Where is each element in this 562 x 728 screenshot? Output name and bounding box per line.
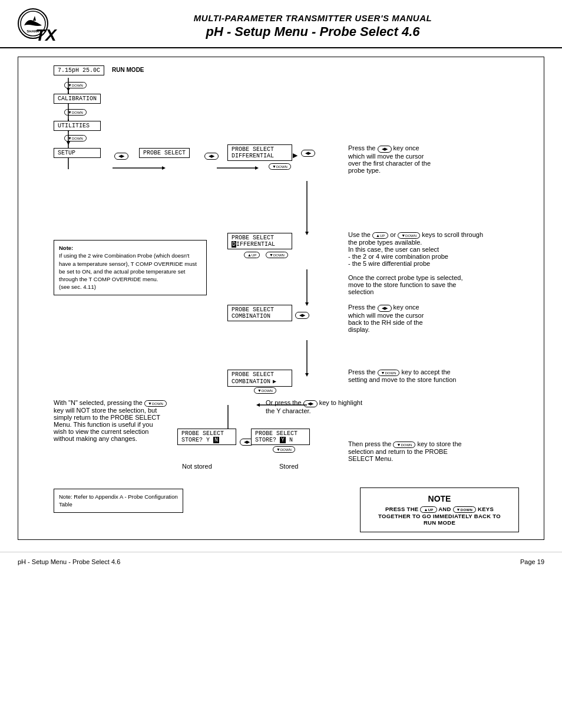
btn-down-icon-3[interactable]: ▼DOWN [378, 370, 400, 376]
cursor-right-1: ▶ [293, 151, 297, 159]
footer-left: pH - Setup Menu - Probe Select 4.6 [18, 558, 120, 565]
btn-down-note[interactable]: ▼DOWN [453, 506, 476, 513]
page: SHARK TX MULTI-PARAMETER TRANSMITTER USE… [0, 0, 562, 728]
lcd-probe-select-1: PROBE SELECT [139, 148, 190, 158]
down-arrow-3: ▼DOWN [64, 134, 87, 141]
diagram-box: 7.15pH 25.0C RUN MODE ▼DOWN CALIBRATION … [18, 57, 544, 540]
down-arrow-1: ▼DOWN [64, 81, 87, 88]
not-stored-label: Not stored [182, 463, 212, 470]
psd-1-line1: PROBE SELECT [232, 146, 288, 153]
store-yes-line2: STORE? Y N [255, 437, 306, 443]
note-title: NOTE [369, 494, 510, 503]
btn-up-note[interactable]: ▲UP [420, 506, 437, 513]
note-line3: RUN MODE [369, 519, 510, 526]
psd-2-line2: IFFERENTIAL [236, 241, 275, 248]
header-titles: MULTI-PARAMETER TRANSMITTER USER'S MANUA… [81, 13, 544, 39]
psc-1-line1: PROBE SELECT [232, 307, 288, 313]
note-line1: PRESS THE ▲UP AND ▼DOWN KEYS [369, 506, 510, 513]
desc-press-right: Press the ◀▶ key oncewhich will move the… [348, 144, 513, 174]
probe-select-comb-1: PROBE SELECT COMBINATION [227, 305, 292, 321]
svg-marker-15 [305, 373, 309, 377]
setup-display: SETUP [54, 148, 101, 158]
footer-right: Page 19 [520, 558, 544, 565]
btn-right-comb1[interactable]: ◀▶ [295, 312, 309, 319]
tx-logo: TX [35, 27, 57, 44]
psc-2-line1: PROBE SELECT [232, 371, 288, 378]
store-no-line2: STORE? Y N [181, 437, 232, 443]
lcd-psc-2: PROBE SELECT COMBINATION▶ [227, 370, 292, 387]
desc-press-down-accept: Press the ▼DOWN key to accept thesetting… [348, 368, 513, 383]
svg-marker-9 [255, 166, 259, 170]
utilities-display: UTILITIES [54, 121, 101, 131]
btn-down-store[interactable]: ▼DOWN [273, 446, 295, 453]
svg-marker-18 [256, 403, 260, 407]
btn-right-diff1[interactable]: ◀▶ [301, 150, 315, 157]
btn-down-3[interactable]: ▼DOWN [64, 135, 87, 141]
lcd-calibration: CALIBRATION [54, 94, 101, 104]
lcd-store-yes: PROBE SELECT STORE? Y N [251, 429, 310, 445]
btn-down-1[interactable]: ▼DOWN [64, 82, 87, 88]
manual-title: MULTI-PARAMETER TRANSMITTER USER'S MANUA… [81, 13, 544, 23]
lcd-psc-1: PROBE SELECT COMBINATION [227, 305, 292, 321]
btn-down-icon[interactable]: ▼DOWN [398, 232, 420, 239]
up-arrow-diff2: ▲UP [244, 251, 260, 258]
lcd-line1: 7.15pH 25.0C [58, 67, 100, 74]
right-btn-comb1: ◀▶ [295, 311, 309, 319]
btn-right-icon-2[interactable]: ◀▶ [378, 305, 392, 312]
down-arrow-diff1: ▼DOWN [269, 162, 291, 170]
psc-2-line2: COMBINATION▶ [232, 378, 288, 385]
calibration-text: CALIBRATION [58, 95, 97, 102]
stored-label: Stored [279, 463, 298, 470]
svg-marker-5 [67, 141, 70, 145]
probe-select-comb-2: PROBE SELECT COMBINATION▶ [227, 370, 292, 387]
btn-right-setup[interactable]: ◀▶ [114, 153, 128, 160]
btn-down-diff1[interactable]: ▼DOWN [269, 163, 291, 170]
down-arrow-diff2: ▼DOWN [266, 251, 288, 258]
right-btn-diff1: ◀▶ [301, 149, 315, 157]
btn-down-2[interactable]: ▼DOWN [64, 109, 87, 116]
svg-marker-13 [305, 302, 309, 306]
store-no-display: PROBE SELECT STORE? Y N [177, 429, 236, 445]
page-subtitle: pH - Setup Menu - Probe Select 4.6 [81, 24, 544, 39]
store-yes-line1: PROBE SELECT [255, 430, 306, 437]
store-yes-display: PROBE SELECT STORE? Y N [251, 429, 310, 445]
lcd-setup: SETUP [54, 148, 101, 158]
down-arrow-store: ▼DOWN [273, 445, 295, 453]
right-btn-ps1: ◀▶ [204, 151, 219, 160]
btn-right-icon-1[interactable]: ◀▶ [378, 146, 392, 153]
psd-1-line2: DIFFERENTIAL [232, 153, 288, 159]
note-2wire: Note: If using the 2 wire Combination Pr… [54, 240, 207, 295]
note-appendix-text: Note: Refer to Appendix A - Probe Config… [59, 493, 178, 508]
header: SHARK TX MULTI-PARAMETER TRANSMITTER USE… [0, 0, 562, 48]
note-appendix-box: Note: Refer to Appendix A - Probe Config… [54, 489, 183, 513]
note-2wire-box: Note: If using the 2 wire Combination Pr… [54, 240, 207, 295]
btn-up-icon[interactable]: ▲UP [372, 232, 388, 239]
svg-marker-7 [162, 166, 166, 170]
desc-then-press-down: Then press the ▼DOWN key to store thesel… [348, 440, 513, 462]
desc-press-right-back: Press the ◀▶ key oncewhich will move the… [348, 304, 513, 333]
btn-down-diff2[interactable]: ▼DOWN [266, 252, 288, 258]
probe-select-diff-1: PROBE SELECT DIFFERENTIAL [227, 144, 292, 161]
run-mode-label: RUN MODE [112, 67, 144, 73]
note-appendix: Note: Refer to Appendix A - Probe Config… [54, 489, 183, 513]
btn-down-comb2[interactable]: ▼DOWN [254, 387, 276, 394]
lcd-psd-1: PROBE SELECT DIFFERENTIAL [227, 144, 292, 161]
desc-with-n: With "N" selected, pressing the ▼DOWNkey… [54, 399, 171, 442]
btn-down-then[interactable]: ▼DOWN [393, 442, 415, 448]
setup-text: SETUP [58, 150, 97, 156]
btn-right-icon-3[interactable]: ◀▶ [303, 400, 318, 407]
svg-marker-11 [305, 232, 309, 235]
utilities-text: UTILITIES [58, 123, 97, 129]
psc-1-line2: COMBINATION [232, 313, 288, 319]
desc-or-press-right: Or press the ◀▶ key to highlightthe Y ch… [266, 399, 372, 414]
lcd-utilities: UTILITIES [54, 121, 101, 131]
lcd-store-no: PROBE SELECT STORE? Y N [177, 429, 236, 445]
btn-right-ps1[interactable]: ◀▶ [204, 153, 219, 160]
btn-up-diff2[interactable]: ▲UP [244, 252, 260, 258]
psd-2-line1: PROBE SELECT [232, 235, 288, 241]
logo-area: SHARK TX [18, 8, 71, 44]
note-emphasis-box: NOTE PRESS THE ▲UP AND ▼DOWN KEYS TOGETH… [360, 487, 519, 532]
probe-select-1-text: PROBE SELECT [143, 150, 186, 156]
btn-down-n[interactable]: ▼DOWN [144, 400, 167, 407]
lcd-run-mode: 7.15pH 25.0C [54, 65, 104, 75]
